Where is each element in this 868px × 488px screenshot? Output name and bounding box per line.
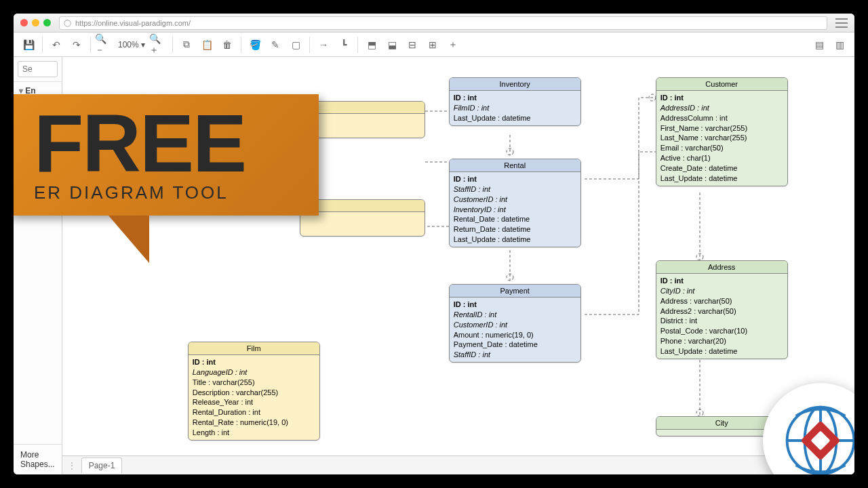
banner-title: FREE: [34, 106, 298, 180]
entity-body: ID : intRentalID : intCustomerID : intAm…: [450, 298, 580, 362]
connector-style-icon[interactable]: →: [314, 35, 333, 54]
zoom-in-icon[interactable]: 🔍＋: [149, 35, 168, 54]
format-panel-toggle-icon[interactable]: ▥: [830, 35, 849, 54]
promo-banner: FREE ER DIAGRAM TOOL: [14, 94, 319, 263]
minimize-window-icon[interactable]: [32, 19, 39, 26]
waypoints-icon[interactable]: ┗: [334, 35, 353, 54]
zoom-level[interactable]: 100% ▾: [115, 40, 148, 49]
entity-inventory[interactable]: Inventory ID : intFilmID : intLast_Updat…: [449, 77, 581, 126]
shape-search-input[interactable]: [18, 61, 58, 77]
window-controls: [20, 19, 51, 26]
entity-title: Address: [656, 261, 787, 274]
save-icon[interactable]: 💾: [19, 35, 38, 54]
title-bar: https://online.visual-paradigm.com/: [14, 14, 854, 33]
copy-icon[interactable]: ⧉: [177, 35, 196, 54]
outline-toggle-icon[interactable]: ▤: [810, 35, 829, 54]
svg-point-0: [507, 148, 513, 155]
undo-icon[interactable]: ↶: [47, 35, 66, 54]
svg-point-1: [649, 94, 656, 101]
paste-icon[interactable]: 📋: [197, 35, 216, 54]
app-window: https://online.visual-paradigm.com/ 💾 ↶ …: [14, 14, 854, 474]
entity-customer[interactable]: Customer ID : intAddressID : intAddressC…: [656, 77, 788, 186]
delete-icon[interactable]: 🗑: [218, 35, 237, 54]
entity-address[interactable]: Address ID : intCityID : intAddress : va…: [656, 260, 788, 359]
page-tabs: ⋮ Page-1: [62, 455, 854, 474]
entity-film[interactable]: Film ID : intLanguageID : intTitle : var…: [188, 342, 320, 441]
svg-point-4: [696, 409, 703, 416]
url-bar[interactable]: https://online.visual-paradigm.com/: [59, 16, 827, 30]
entity-title: Film: [189, 342, 319, 355]
to-back-icon[interactable]: ⬓: [382, 35, 401, 54]
page-tab-1[interactable]: Page-1: [81, 458, 123, 473]
more-shapes-button[interactable]: More Shapes...: [14, 444, 62, 474]
redo-icon[interactable]: ↷: [67, 35, 86, 54]
entity-payment[interactable]: Payment ID : intRentalID : intCustomerID…: [449, 284, 581, 363]
shadow-icon[interactable]: ▢: [286, 35, 305, 54]
to-front-icon[interactable]: ⬒: [362, 35, 381, 54]
entity-body: ID : intFilmID : intLast_Update : dateti…: [450, 91, 580, 125]
entity-body: ID : intStaffID : intCustomerID : intInv…: [450, 172, 580, 247]
entity-title: Inventory: [450, 78, 580, 91]
banner-subtitle: ER DIAGRAM TOOL: [34, 182, 298, 203]
stroke-icon[interactable]: ✎: [266, 35, 285, 54]
entity-body: ID : intAddressID : intAddressColumn : i…: [656, 91, 787, 186]
close-window-icon[interactable]: [20, 19, 28, 26]
zoom-out-icon[interactable]: 🔍－: [95, 35, 114, 54]
entity-body: ID : intLanguageID : intTitle : varchar(…: [189, 355, 319, 440]
align-icon[interactable]: ⊟: [403, 35, 422, 54]
entity-title: Customer: [656, 78, 787, 91]
entity-title: Payment: [450, 285, 580, 298]
toolbar: 💾 ↶ ↷ 🔍－ 100% ▾ 🔍＋ ⧉ 📋 🗑 🪣 ✎ ▢ → ┗ ⬒ ⬓ ⊟…: [14, 33, 854, 57]
fill-icon[interactable]: 🪣: [245, 35, 264, 54]
menu-icon[interactable]: [835, 18, 848, 28]
entity-title: Rental: [450, 159, 580, 172]
entity-rental[interactable]: Rental ID : intStaffID : intCustomerID :…: [449, 159, 581, 247]
add-icon[interactable]: ＋: [443, 35, 462, 54]
svg-point-3: [696, 253, 703, 260]
svg-point-2: [507, 274, 513, 281]
maximize-window-icon[interactable]: [43, 19, 51, 26]
entity-body: ID : intCityID : intAddress : varchar(50…: [656, 274, 787, 359]
distribute-icon[interactable]: ⊞: [423, 35, 442, 54]
brand-logo: [763, 383, 854, 474]
